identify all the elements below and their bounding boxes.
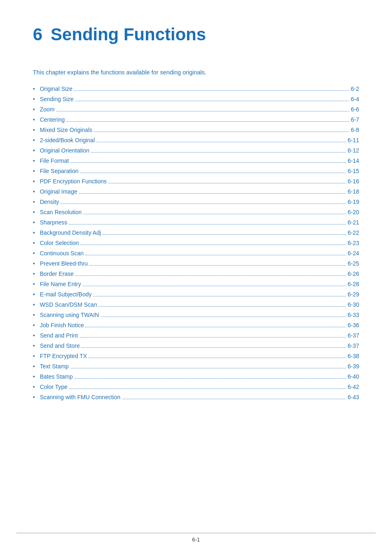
toc-link[interactable]: Centering 6-7 [40,116,359,123]
toc-link[interactable]: Color Selection6-23 [40,240,359,246]
toc-text: Mixed Size Originals [40,127,92,133]
toc-item: •Bates Stamp6-40 [33,372,359,381]
toc-link[interactable]: Send and Store 6-37 [40,342,359,349]
bullet-icon: • [33,167,35,176]
toc-link[interactable]: 2-sided/Book Original6-11 [40,137,359,143]
toc-list: •Original Size6-2•Sending Size6-4•Zoom6-… [33,85,359,402]
toc-link[interactable]: Sending Size6-4 [40,96,359,102]
toc-page-number: 6-15 [348,168,359,174]
toc-text: PDF Encryption Functions [40,178,107,185]
toc-text: Sending Size [40,96,74,102]
toc-link[interactable]: PDF Encryption Functions 6-16 [40,178,359,185]
toc-item: •2-sided/Book Original6-11 [33,136,359,145]
toc-text: Scan Resolution [40,209,82,215]
toc-link[interactable]: Zoom6-6 [40,106,359,113]
bullet-icon: • [33,157,35,165]
toc-dots [122,399,346,399]
chapter-number: 6 [33,25,42,44]
toc-link[interactable]: E-mail Subject/Body6-29 [40,291,359,298]
toc-link[interactable]: File Separation6-15 [40,168,359,174]
toc-dots [93,296,346,296]
toc-item: •Prevent Bleed-thru 6-25 [33,259,359,268]
bullet-icon: • [33,95,35,104]
bullet-icon: • [33,331,35,340]
toc-link[interactable]: Send and Print 6-37 [40,332,359,339]
toc-dots [75,101,349,101]
toc-item: •Scanning with FMU Connection6-43 [33,393,359,402]
toc-item: •Mixed Size Originals 6-8 [33,126,359,134]
toc-link[interactable]: FTP Encrypted TX 6-38 [40,353,359,359]
toc-item: •File Name Entry 6-28 [33,280,359,289]
toc-item: •E-mail Subject/Body6-29 [33,290,359,299]
toc-text: Centering [40,116,65,123]
toc-text: 2-sided/Book Original [40,137,95,143]
bullet-icon: • [33,321,35,330]
toc-dots [79,193,346,194]
toc-dots [101,317,346,317]
toc-link[interactable]: Job Finish Notice 6-36 [40,322,359,328]
bullet-icon: • [33,105,35,114]
toc-dots [85,327,346,327]
toc-text: E-mail Subject/Body [40,291,92,298]
toc-dots [74,378,346,379]
toc-item: •Original Image6-18 [33,187,359,196]
toc-link[interactable]: Color Type6-42 [40,384,359,390]
toc-page-number: 6-21 [348,219,359,226]
toc-dots [74,90,349,91]
toc-dots [70,368,346,368]
toc-dots [61,204,346,204]
toc-page-number: 6-42 [348,384,359,390]
toc-link[interactable]: Background Density Adj6-22 [40,229,359,236]
bullet-icon: • [33,372,35,381]
toc-link[interactable]: Text Stamp 6-39 [40,363,359,370]
toc-link[interactable]: Sharpness6-21 [40,219,359,226]
toc-text: Continuous Scan [40,250,84,257]
toc-link[interactable]: Mixed Size Originals 6-8 [40,127,359,133]
toc-page-number: 6-20 [348,209,359,215]
toc-text: Sharpness [40,219,67,226]
toc-text: Original Image [40,188,77,195]
toc-link[interactable]: Prevent Bleed-thru 6-25 [40,260,359,267]
toc-item: •Border Erase6-26 [33,270,359,278]
toc-link[interactable]: File Format6-14 [40,157,359,164]
bullet-icon: • [33,177,35,186]
bullet-icon: • [33,342,35,350]
toc-item: •Zoom6-6 [33,105,359,114]
toc-link[interactable]: Border Erase6-26 [40,271,359,277]
toc-text: File Separation [40,168,78,174]
toc-page-number: 6-7 [351,116,359,123]
toc-link[interactable]: WSD Scan/DSM Scan 6-30 [40,301,359,308]
bullet-icon: • [33,136,35,145]
toc-link[interactable]: Density6-19 [40,199,359,205]
toc-link[interactable]: Scanning with FMU Connection6-43 [40,394,359,400]
bullet-icon: • [33,229,35,237]
toc-page-number: 6-11 [348,137,359,143]
toc-text: Job Finish Notice [40,322,84,328]
toc-text: Border Erase [40,271,74,277]
toc-item: •Sharpness6-21 [33,218,359,227]
toc-text: Original Size [40,86,72,92]
toc-link[interactable]: Original Size6-2 [40,86,359,92]
toc-dots [56,111,349,111]
toc-link[interactable]: Original Orientation 6-12 [40,147,359,154]
toc-text: WSD Scan/DSM Scan [40,301,97,308]
toc-link[interactable]: Scan Resolution6-20 [40,209,359,215]
toc-dots [71,162,346,163]
toc-item: •FTP Encrypted TX 6-38 [33,352,359,361]
toc-link[interactable]: Original Image6-18 [40,188,359,195]
chapter-header: 6 Sending Functions [33,25,359,44]
toc-page-number: 6-28 [348,281,359,287]
toc-page-number: 6-29 [348,291,359,298]
toc-page-number: 6-43 [348,394,359,400]
toc-link[interactable]: Scanning using TWAIN6-33 [40,312,359,318]
toc-text: FTP Encrypted TX [40,353,87,359]
toc-dots [91,152,346,153]
toc-link[interactable]: File Name Entry 6-28 [40,281,359,287]
toc-dots [97,142,346,142]
toc-link[interactable]: Bates Stamp6-40 [40,373,359,380]
toc-page-number: 6-37 [348,332,359,339]
bullet-icon: • [33,146,35,155]
bullet-icon: • [33,362,35,371]
toc-text: Bates Stamp [40,373,73,380]
toc-link[interactable]: Continuous Scan6-24 [40,250,359,257]
